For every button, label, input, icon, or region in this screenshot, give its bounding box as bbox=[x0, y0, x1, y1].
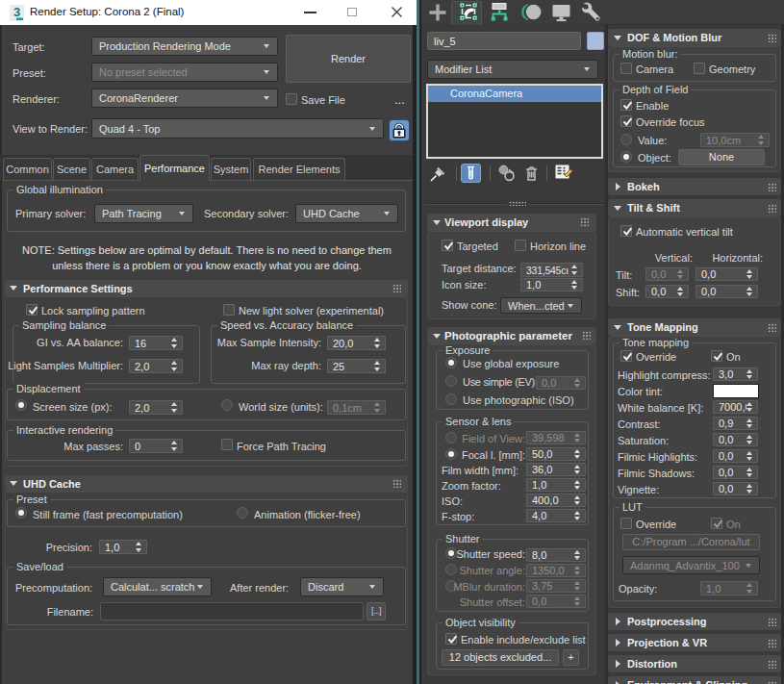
svg-text:3: 3 bbox=[13, 5, 20, 19]
